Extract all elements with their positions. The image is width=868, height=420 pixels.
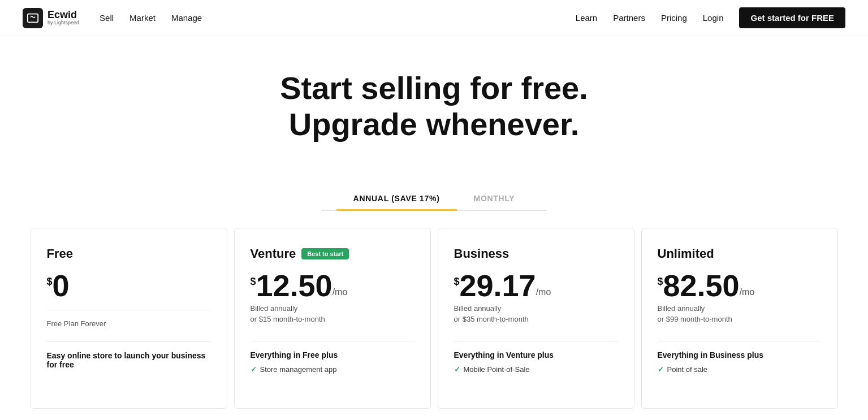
plan-name-business: Business bbox=[454, 246, 618, 261]
nav-learn[interactable]: Learn bbox=[576, 13, 597, 23]
navbar: Ecwid by Lightspeed Sell Market Manage L… bbox=[0, 0, 868, 36]
check-icon-venture-1: ✓ bbox=[251, 365, 257, 374]
nav-login[interactable]: Login bbox=[703, 13, 724, 23]
plan-name-free: Free bbox=[47, 246, 211, 261]
divider-venture bbox=[251, 341, 414, 341]
price-dollar-venture: $ bbox=[251, 276, 256, 288]
svg-rect-0 bbox=[28, 14, 38, 22]
hero-line1: Start selling for free. bbox=[280, 70, 588, 106]
price-note-business: Billed annuallyor $35 month-to-month bbox=[454, 303, 618, 325]
logo-text: Ecwid by Lightspeed bbox=[47, 10, 79, 27]
check-icon-business-1: ✓ bbox=[454, 365, 460, 374]
cards-container: Free $ 0 Free Plan Forever Easy online s… bbox=[27, 228, 841, 409]
price-mo-venture: /mo bbox=[332, 287, 348, 297]
hero-line2: Upgrade whenever. bbox=[289, 106, 580, 142]
price-mo-business: /mo bbox=[536, 287, 551, 297]
pricing-section: Free $ 0 Free Plan Forever Easy online s… bbox=[0, 211, 868, 420]
includes-title-venture: Everything in Free plus bbox=[251, 350, 414, 360]
logo-brand: Ecwid bbox=[47, 10, 79, 21]
nav-links: Sell Market Manage bbox=[100, 13, 202, 23]
logo-sub: by Lightspeed bbox=[47, 20, 79, 26]
divider-free2 bbox=[47, 341, 211, 342]
hero-heading: Start selling for free. Upgrade whenever… bbox=[208, 70, 660, 143]
feature-venture-1: ✓ Store management app bbox=[251, 365, 414, 374]
price-row-free: $ 0 bbox=[47, 270, 211, 301]
divider-free bbox=[47, 310, 211, 310]
price-note-venture: Billed annuallyor $15 month-to-month bbox=[251, 303, 414, 325]
includes-title-unlimited: Everything in Business plus bbox=[658, 350, 822, 360]
includes-title-business: Everything in Venture plus bbox=[454, 350, 618, 360]
billing-tabs: ANNUAL (save 17%) MONTHLY bbox=[321, 188, 547, 211]
check-icon-unlimited-1: ✓ bbox=[658, 365, 664, 374]
price-amount-business: 29.17 bbox=[460, 270, 536, 301]
nav-market[interactable]: Market bbox=[129, 13, 156, 23]
hero-section: Start selling for free. Upgrade whenever… bbox=[0, 36, 868, 166]
price-row-unlimited: $ 82.50 /mo bbox=[658, 270, 822, 301]
plan-venture: Venture Best to start $ 12.50 /mo Billed… bbox=[234, 228, 431, 409]
nav-pricing[interactable]: Pricing bbox=[661, 13, 687, 23]
nav-partners[interactable]: Partners bbox=[613, 13, 645, 23]
price-dollar-unlimited: $ bbox=[658, 276, 663, 288]
logo-icon bbox=[23, 8, 43, 28]
tab-monthly[interactable]: MONTHLY bbox=[457, 188, 532, 210]
nav-right: Learn Partners Pricing Login Get started… bbox=[576, 7, 845, 28]
plan-tagline-free: Free Plan Forever bbox=[47, 319, 211, 328]
plan-business: Business $ 29.17 /mo Billed annuallyor $… bbox=[438, 228, 634, 409]
divider-business bbox=[454, 341, 618, 341]
plan-unlimited: Unlimited $ 82.50 /mo Billed annuallyor … bbox=[641, 228, 838, 409]
nav-left: Ecwid by Lightspeed Sell Market Manage bbox=[23, 8, 202, 28]
nav-manage[interactable]: Manage bbox=[171, 13, 202, 23]
price-mo-unlimited: /mo bbox=[740, 287, 755, 297]
price-amount-free: 0 bbox=[53, 270, 70, 301]
divider-unlimited bbox=[658, 341, 822, 341]
price-dollar-business: $ bbox=[454, 276, 460, 288]
plan-name-venture: Venture Best to start bbox=[251, 246, 414, 261]
plan-extra-free: Easy online store to launch your busines… bbox=[47, 351, 211, 369]
tab-annual[interactable]: ANNUAL (save 17%) bbox=[336, 188, 457, 210]
plan-free: Free $ 0 Free Plan Forever Easy online s… bbox=[31, 228, 227, 409]
cta-button[interactable]: Get started for FREE bbox=[739, 7, 845, 28]
price-row-business: $ 29.17 /mo bbox=[454, 270, 618, 301]
nav-sell[interactable]: Sell bbox=[100, 13, 114, 23]
price-note-unlimited: Billed annuallyor $99 month-to-month bbox=[658, 303, 822, 325]
plan-badge-venture: Best to start bbox=[301, 248, 349, 259]
price-dollar-free: $ bbox=[47, 276, 53, 288]
feature-business-1: ✓ Mobile Point-of-Sale bbox=[454, 365, 618, 374]
price-amount-venture: 12.50 bbox=[256, 270, 332, 301]
price-amount-unlimited: 82.50 bbox=[663, 270, 740, 301]
logo[interactable]: Ecwid by Lightspeed bbox=[23, 8, 79, 28]
price-row-venture: $ 12.50 /mo bbox=[251, 270, 414, 301]
feature-unlimited-1: ✓ Point of sale bbox=[658, 365, 822, 374]
plan-name-unlimited: Unlimited bbox=[658, 246, 822, 261]
